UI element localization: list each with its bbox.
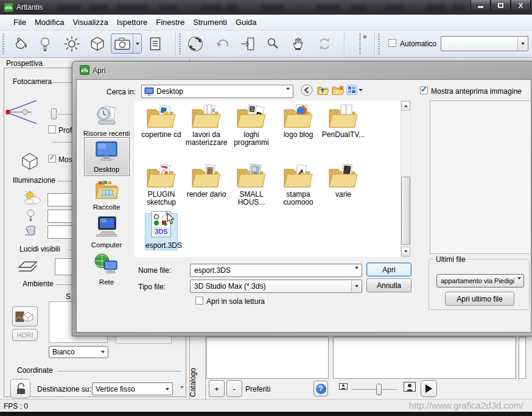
- menu-item-finestre[interactable]: Finestre: [152, 18, 189, 27]
- chevron-down-icon: [517, 277, 521, 288]
- bianco-dropdown[interactable]: Bianco: [49, 346, 108, 358]
- file-item-logo-blog[interactable]: logo blog: [276, 103, 321, 139]
- file-list-scrollbar[interactable]: [401, 100, 411, 257]
- menu-item-modifica[interactable]: Modifica: [30, 18, 68, 27]
- menu-item-ispettore[interactable]: Ispettore: [113, 18, 152, 27]
- toolbar-document-button[interactable]: [145, 33, 166, 54]
- views-button[interactable]: [346, 85, 363, 95]
- back-button[interactable]: [301, 84, 313, 96]
- help-button[interactable]: ?: [313, 381, 328, 397]
- file-item-stampa-cuomooo[interactable]: stampa cuomooo: [276, 163, 321, 206]
- annulla-button[interactable]: Annulla: [366, 278, 411, 292]
- sun-field[interactable]: [47, 193, 72, 206]
- camera-angle-icon: [4, 99, 41, 127]
- catalog-scrollbar[interactable]: [519, 337, 526, 379]
- toolbar-hand-button[interactable]: [288, 33, 309, 54]
- toolbar-magnifier-button[interactable]: [262, 33, 283, 54]
- thumbnail-slider-track[interactable]: [352, 389, 397, 390]
- sidebar-item-desktop[interactable]: Desktop: [83, 140, 130, 173]
- lock-icon: [15, 382, 27, 395]
- minimize-icon: [478, 6, 483, 8]
- chevron-down-icon: [136, 43, 139, 45]
- lock-button[interactable]: [10, 379, 30, 398]
- minimize-button[interactable]: [471, 0, 491, 11]
- panel-scroll-down-icon[interactable]: [180, 389, 184, 397]
- apri-ultimo-file-button[interactable]: Apri ultimo file: [445, 292, 514, 306]
- ultimi-file-dropdown[interactable]: appartamento via Piedigi: [436, 274, 524, 287]
- up-folder-button[interactable]: [317, 84, 329, 96]
- toolbar-refresh-button[interactable]: [314, 33, 335, 54]
- destinazione-value: Vertice fisso: [96, 385, 135, 393]
- camera-dropdown-arrow[interactable]: [133, 34, 141, 53]
- folder-icon: [229, 163, 274, 191]
- catalog-remove-button[interactable]: -: [226, 380, 242, 397]
- toolbar-cube-button[interactable]: [87, 33, 108, 54]
- sidebar-item-raccolte[interactable]: Raccolte: [83, 179, 130, 211]
- catalog-add-button[interactable]: +: [209, 380, 225, 397]
- camera-slider-handle[interactable]: [51, 108, 57, 119]
- menu-item-guida[interactable]: Guida: [231, 18, 261, 27]
- toolbar: » Automatico: [0, 31, 532, 58]
- section-illuminazione: Illuminazione: [13, 176, 55, 185]
- file-item-plugin-sketchup[interactable]: PLUGIN sketchup: [139, 163, 184, 206]
- toolbar-gripper: [378, 33, 380, 55]
- toolbar-light-bulb-button[interactable]: [35, 33, 55, 54]
- menu-item-strumenti[interactable]: Strumenti: [189, 18, 231, 27]
- tipo-file-dropdown-arrow[interactable]: [351, 281, 361, 292]
- bulb-field[interactable]: [47, 210, 72, 223]
- preset-dropdown-arrow[interactable]: [517, 37, 527, 50]
- thumbnail-slider-handle[interactable]: [376, 384, 382, 395]
- file-item-copertine-cd[interactable]: copertine cd: [139, 103, 184, 139]
- toolbar-paint-bucket-button[interactable]: [11, 33, 32, 54]
- desktop-icon: [83, 140, 130, 165]
- hdri-button[interactable]: HDRI: [12, 329, 38, 341]
- bianco-value: Bianco: [52, 348, 75, 356]
- preset-dropdown[interactable]: [441, 36, 528, 51]
- file-item-small-hous-[interactable]: SMALL HOUS...: [229, 163, 274, 206]
- sidebar-item-computer[interactable]: Computer: [83, 216, 130, 249]
- file-item-lavori-da-masterizzare[interactable]: lavori da masterizzare: [184, 103, 229, 147]
- tipo-file-dropdown[interactable]: 3D Studio Max (*.3ds): [190, 280, 362, 293]
- dialog-titlebar[interactable]: Apri: [72, 62, 532, 79]
- toolbar-rotate-button[interactable]: [185, 33, 206, 54]
- show-preview-checkbox[interactable]: ✓: [420, 86, 428, 94]
- nome-file-input[interactable]: esport.3DS: [190, 264, 362, 277]
- toolbar-sun-button[interactable]: [61, 33, 82, 54]
- prof-checkbox[interactable]: [48, 125, 56, 133]
- new-folder-button[interactable]: [332, 85, 345, 96]
- nome-file-dropdown-arrow[interactable]: [355, 269, 359, 278]
- bucket-field[interactable]: [47, 225, 72, 239]
- check-icon: ✓: [421, 85, 427, 94]
- toolbar-overflow-chevron[interactable]: »: [363, 32, 366, 41]
- most-checkbox[interactable]: ✓: [48, 155, 56, 163]
- close-button[interactable]: X: [511, 0, 531, 11]
- toolbar-enter-button[interactable]: [237, 33, 258, 54]
- toolbar-camera-button[interactable]: [111, 33, 142, 54]
- scrollbar-thumb[interactable]: [401, 177, 410, 245]
- scroll-up-button[interactable]: [401, 101, 410, 111]
- destinazione-dropdown[interactable]: Vertice fisso: [92, 383, 173, 395]
- file-item-pendualtv-[interactable]: PenDualTV...: [321, 103, 366, 139]
- background-window-ghost: [426, 5, 446, 10]
- cerca-in-dropdown[interactable]: Desktop: [141, 85, 293, 98]
- menu-item-file[interactable]: File: [9, 18, 30, 27]
- scroll-down-button[interactable]: [401, 247, 410, 256]
- play-button[interactable]: [421, 380, 437, 397]
- background-image-button[interactable]: [12, 306, 38, 326]
- ultimi-file-value: appartamento via Piedigi: [441, 277, 514, 284]
- background-window-ghost: [90, 5, 107, 10]
- play-icon: [425, 384, 432, 393]
- menu-item-visualizza[interactable]: Visualizza: [68, 18, 112, 27]
- automatico-checkbox[interactable]: [388, 39, 396, 47]
- file-item-render-dario[interactable]: render dario: [184, 163, 229, 199]
- cerca-dropdown-arrow[interactable]: [286, 90, 290, 99]
- readonly-checkbox[interactable]: [195, 297, 203, 305]
- file-item-loghi-programmi[interactable]: SAloghi programmi: [229, 103, 274, 147]
- ultimi-file-arrow[interactable]: [517, 280, 521, 288]
- apri-button[interactable]: Apri: [366, 263, 411, 277]
- toolbar-undo-button[interactable]: [212, 33, 233, 54]
- file-item-varie[interactable]: varie: [321, 163, 366, 199]
- sidebar-item-risorse-recenti[interactable]: Risorse recenti: [83, 104, 130, 137]
- maximize-button[interactable]: [491, 0, 511, 11]
- sidebar-item-rete[interactable]: Rete: [83, 253, 130, 286]
